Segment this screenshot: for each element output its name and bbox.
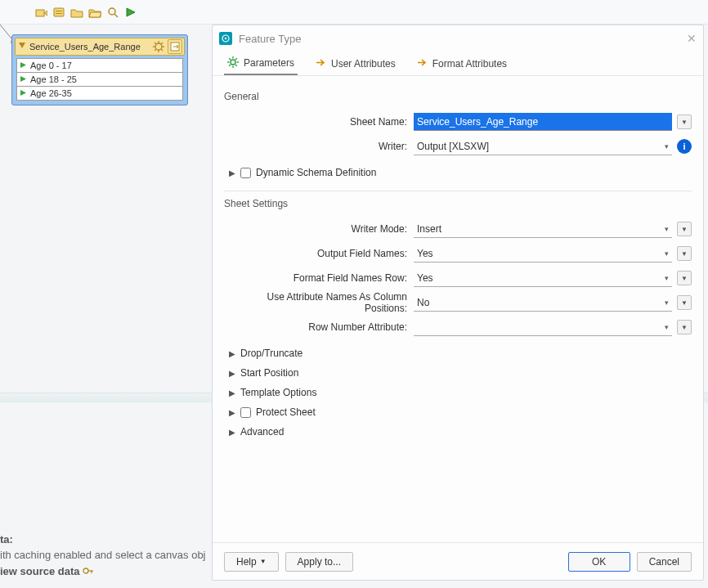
feature-type-node[interactable]: Service_Users_Age_Range Age 0 - 17 Age 1… xyxy=(11,34,188,105)
tab-format-attributes[interactable]: Format Attributes xyxy=(414,52,510,75)
expand-triangle-icon[interactable]: ▶ xyxy=(229,408,235,417)
chevron-down-icon: ▼ xyxy=(260,558,267,565)
help-button[interactable]: Help ▼ xyxy=(224,552,279,572)
play-icon xyxy=(20,88,27,98)
svg-point-21 xyxy=(225,38,227,40)
attribute-label: Age 18 - 25 xyxy=(30,74,77,84)
toolbar-icon-2[interactable] xyxy=(52,6,65,19)
dialog-title: Feature Type xyxy=(239,33,301,45)
ok-label: OK xyxy=(592,556,606,568)
chevron-down-icon: ▾ xyxy=(665,274,669,282)
start-position-label: Start Position xyxy=(240,367,298,379)
chevron-down-icon: ▾ xyxy=(665,225,669,233)
writer-label: Writer: xyxy=(224,141,414,152)
tab-label: Parameters xyxy=(244,57,294,69)
sheet-name-label: Sheet Name: xyxy=(224,116,414,128)
expand-triangle-icon[interactable]: ▶ xyxy=(229,168,235,177)
format-field-names-select[interactable]: Yes ▾ xyxy=(414,269,672,287)
info-icon[interactable]: i xyxy=(677,139,692,154)
toolbar-icon-run[interactable] xyxy=(124,6,137,19)
tab-label: Format Attributes xyxy=(432,58,507,70)
expand-triangle-icon[interactable] xyxy=(18,41,26,52)
attribute-label: Age 26-35 xyxy=(30,88,72,98)
dropdown-menu-button[interactable]: ▼ xyxy=(677,222,692,236)
row-dynamic-schema[interactable]: ▶ Dynamic Schema Definition xyxy=(229,163,692,182)
svg-line-15 xyxy=(155,49,156,51)
svg-point-7 xyxy=(155,43,162,50)
close-icon[interactable]: ✕ xyxy=(687,32,697,45)
row-output-field-names: Output Field Names: Yes ▾ ▼ xyxy=(224,242,692,265)
dialog-titlebar[interactable]: Feature Type ✕ xyxy=(213,25,703,52)
output-icon[interactable] xyxy=(168,39,182,54)
dropdown-menu-button[interactable]: ▼ xyxy=(677,271,692,285)
node-attribute-list: Age 0 - 17 Age 18 - 25 Age 26-35 xyxy=(12,58,187,105)
gear-icon[interactable] xyxy=(151,39,166,54)
sheet-name-input[interactable] xyxy=(414,113,672,131)
help-label: Help xyxy=(236,556,257,568)
chevron-down-icon: ▾ xyxy=(665,298,669,307)
section-sheet-settings-heading: Sheet Settings xyxy=(224,198,692,209)
dropdown-menu-button[interactable]: ▼ xyxy=(677,320,692,334)
svg-line-30 xyxy=(229,65,231,66)
row-protect-sheet[interactable]: ▶ Protect Sheet xyxy=(229,402,692,422)
arrow-right-icon xyxy=(417,57,428,70)
toolbar-icon-folder[interactable] xyxy=(70,6,83,19)
app-icon xyxy=(219,32,232,45)
svg-line-29 xyxy=(235,58,237,60)
row-template-options[interactable]: ▶ Template Options xyxy=(229,383,692,402)
expand-triangle-icon[interactable]: ▶ xyxy=(229,388,235,397)
cancel-button[interactable]: Cancel xyxy=(637,552,692,572)
toolbar-icon-1[interactable] xyxy=(34,6,47,19)
svg-line-14 xyxy=(161,43,163,44)
svg-point-4 xyxy=(109,8,115,15)
svg-rect-0 xyxy=(36,10,44,16)
status-hint: ta: ith caching enabled and select a can… xyxy=(0,532,206,580)
arrow-right-icon xyxy=(316,57,326,70)
attr-names-col-label: Use Attribute Names As Column Positions: xyxy=(224,291,414,314)
writer-mode-select[interactable]: Insert ▾ xyxy=(414,220,672,238)
apply-to-label: Apply to... xyxy=(298,556,341,568)
node-attribute-row[interactable]: Age 18 - 25 xyxy=(16,72,183,87)
play-icon xyxy=(20,74,27,84)
dropdown-menu-button[interactable]: ▼ xyxy=(677,114,692,129)
tab-parameters[interactable]: Parameters xyxy=(224,52,298,75)
svg-point-17 xyxy=(83,568,88,573)
row-number-attr-label: Row Number Attribute: xyxy=(224,321,414,333)
row-advanced[interactable]: ▶ Advanced xyxy=(229,422,692,442)
hint-label: ta: xyxy=(0,533,13,545)
dynamic-schema-checkbox[interactable] xyxy=(240,168,251,178)
main-toolbar xyxy=(0,0,708,25)
protect-sheet-checkbox[interactable] xyxy=(240,407,251,418)
tab-user-attributes[interactable]: User Attributes xyxy=(312,52,399,75)
expand-triangle-icon[interactable]: ▶ xyxy=(229,369,235,378)
row-drop-truncate[interactable]: ▶ Drop/Truncate xyxy=(229,343,692,363)
hint-text: ith caching enabled and select a canvas … xyxy=(0,549,206,561)
attr-names-col-select[interactable]: No ▾ xyxy=(414,294,672,312)
dialog-body: General Sheet Name: ▼ Writer: Output [XL… xyxy=(213,76,703,542)
dynamic-schema-label: Dynamic Schema Definition xyxy=(256,167,376,178)
expand-triangle-icon[interactable]: ▶ xyxy=(229,349,235,358)
expand-triangle-icon[interactable]: ▶ xyxy=(229,428,235,437)
row-number-attr-select[interactable]: ▾ xyxy=(414,318,672,336)
node-attribute-row[interactable]: Age 0 - 17 xyxy=(16,58,183,73)
node-attribute-row[interactable]: Age 26-35 xyxy=(16,86,183,101)
dropdown-menu-button[interactable]: ▼ xyxy=(677,246,692,261)
writer-select[interactable]: Output [XLSXW] ▾ xyxy=(414,137,672,155)
output-field-names-select[interactable]: Yes ▾ xyxy=(414,245,672,263)
section-general-heading: General xyxy=(224,91,692,102)
writer-mode-value: Insert xyxy=(417,223,441,235)
row-start-position[interactable]: ▶ Start Position xyxy=(229,363,692,383)
protect-sheet-label: Protect Sheet xyxy=(256,406,316,418)
toolbar-icon-search[interactable] xyxy=(106,6,119,19)
svg-rect-3 xyxy=(56,13,62,14)
apply-to-button[interactable]: Apply to... xyxy=(285,552,353,572)
feature-type-dialog: Feature Type ✕ Parameters User Attribute… xyxy=(212,25,704,581)
row-writer: Writer: Output [XLSXW] ▾ i xyxy=(224,135,692,158)
ok-button[interactable]: OK xyxy=(568,552,630,572)
tab-bar: Parameters User Attributes Format Attrib… xyxy=(213,52,703,76)
svg-line-12 xyxy=(155,43,156,44)
toolbar-icon-folder-open[interactable] xyxy=(88,6,101,19)
dropdown-menu-button[interactable]: ▼ xyxy=(677,295,692,310)
chevron-down-icon: ▾ xyxy=(665,142,669,150)
node-header[interactable]: Service_Users_Age_Range xyxy=(15,38,185,56)
